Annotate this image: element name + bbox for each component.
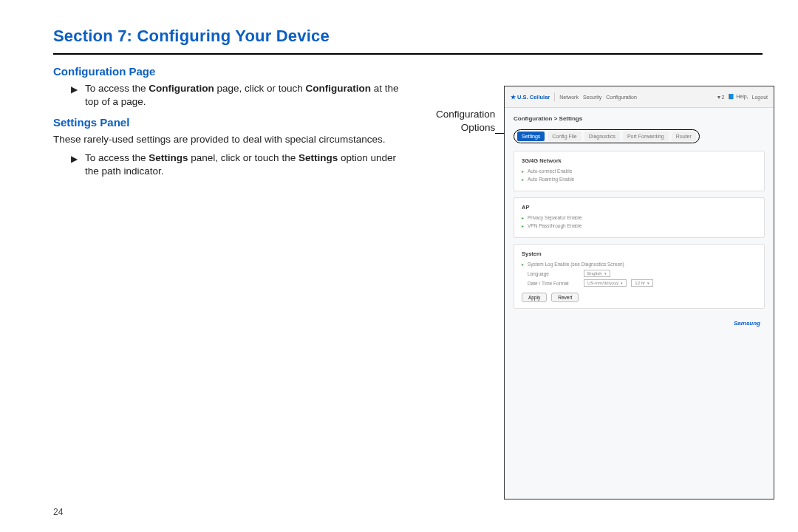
opt-privacy-separator[interactable]: Privacy Separator Enable: [522, 215, 757, 220]
language-label: Language: [528, 271, 579, 276]
timeformat-select[interactable]: 12 hr▾: [631, 279, 653, 287]
chevron-down-icon: ▾: [621, 281, 623, 285]
device-config-screenshot: ★ U.S. Cellular Network Security Configu…: [504, 86, 774, 499]
bullet-arrow-icon: ▶: [71, 82, 78, 109]
t: Configuration: [149, 83, 214, 94]
bullet2-text: To access the Settings panel, click or t…: [85, 151, 411, 178]
t: Settings: [149, 152, 188, 163]
nav-configuration[interactable]: Configuration: [606, 95, 637, 100]
t: Settings: [299, 152, 338, 163]
section-title: Section 7: Configuring Your Device: [53, 27, 763, 46]
tab-diagnostics[interactable]: Diagnostics: [584, 132, 620, 141]
panel-system: System System Log Enable (see Diagnostic…: [514, 244, 765, 309]
t: 12 hr: [635, 281, 645, 285]
opt-autoconnect[interactable]: Auto-connect Enable: [522, 168, 757, 174]
opt-systemlog[interactable]: System Log Enable (see Diagnostics Scree…: [522, 262, 757, 267]
nav-security[interactable]: Security: [583, 95, 601, 100]
opt-autoroaming[interactable]: Auto Roaming Enable: [522, 177, 757, 182]
panel-title: AP: [522, 204, 757, 211]
subhead-configuration-page: Configuration Page: [53, 65, 763, 78]
opt-vpn-passthrough[interactable]: VPN Passthrough Enable: [522, 223, 757, 228]
brand-logo: Samsung: [734, 320, 760, 327]
tab-router[interactable]: Router: [672, 132, 696, 141]
title-rule: [53, 53, 763, 55]
help-link[interactable]: 📘 Help,: [728, 94, 748, 100]
bullet-arrow-icon: ▶: [71, 151, 78, 178]
panel-network: 3G/4G Network Auto-connect Enable Auto R…: [514, 151, 765, 191]
callout-line1: Configuration: [436, 109, 495, 120]
page-number: 24: [53, 507, 63, 517]
t: Configuration: [306, 83, 371, 94]
panel-title: 3G/4G Network: [522, 157, 757, 164]
top-bar: ★ U.S. Cellular Network Security Configu…: [505, 86, 774, 108]
panel-ap: AP Privacy Separator Enable VPN Passthro…: [514, 197, 765, 238]
t: To access the: [85, 152, 149, 163]
tab-portforwarding[interactable]: Port Forwarding: [623, 132, 669, 141]
callout-ring: Settings Config File Diagnostics Port Fo…: [514, 129, 700, 143]
panel-title: System: [522, 250, 757, 257]
bullet1-text: To access the Configuration page, click …: [85, 82, 411, 109]
callout-line2: Options: [461, 122, 496, 133]
logout-link[interactable]: Logout: [752, 95, 768, 100]
chevron-down-icon: ▾: [647, 281, 649, 285]
nav-network[interactable]: Network: [559, 95, 579, 100]
dateformat-select[interactable]: US-mm/dd/yyyy▾: [584, 279, 627, 287]
t: US-mm/dd/yyyy: [587, 281, 618, 285]
datetime-label: Date / Time Format: [528, 281, 579, 286]
apply-button[interactable]: Apply: [522, 293, 547, 302]
carrier-logo: ★ U.S. Cellular: [511, 94, 550, 100]
revert-button[interactable]: Revert: [551, 293, 579, 302]
t: English: [587, 271, 602, 276]
language-select[interactable]: English▾: [584, 270, 610, 277]
carrier-name: U.S. Cellular: [517, 94, 550, 100]
t: To access the: [85, 83, 149, 94]
breadcrumb: Configuration > Settings: [514, 115, 765, 122]
tab-configfile[interactable]: Config File: [548, 132, 581, 141]
t: panel, click or touch the: [188, 152, 299, 163]
signal-icon: ▼2: [716, 95, 724, 100]
t: page, click or touch: [214, 83, 306, 94]
chevron-down-icon: ▾: [604, 271, 607, 276]
tab-settings[interactable]: Settings: [517, 132, 545, 141]
callout-label: Configuration Options: [436, 108, 495, 134]
settings-panel-para: These rarely-used settings are provided …: [53, 133, 408, 146]
t: Help,: [736, 94, 748, 99]
